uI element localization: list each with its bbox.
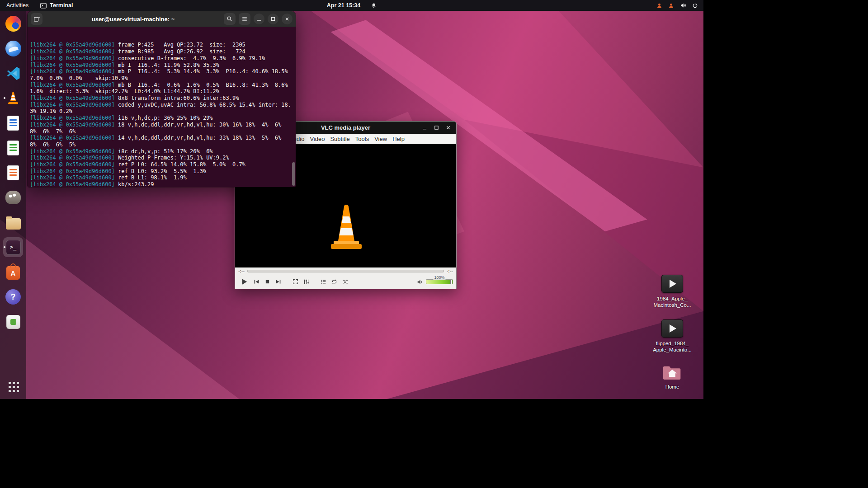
- desktop-icons: 1984_Apple_ Macintosh_Co...flipped_1984_…: [650, 275, 695, 390]
- video-thumbnail-icon: [661, 275, 683, 293]
- terminal-line: [libx264 @ 0x55a49d96d600] kb/s:243.29: [30, 181, 292, 187]
- dock-firefox-icon[interactable]: [3, 14, 23, 33]
- vlc-menu-view[interactable]: View: [372, 136, 390, 142]
- activities-button[interactable]: Activities: [6, 2, 28, 9]
- terminal-header-buttons: [224, 13, 292, 25]
- dock-gimp-icon[interactable]: [3, 188, 23, 207]
- user-indicator-icon: [668, 3, 674, 9]
- vlc-close-button[interactable]: [443, 124, 453, 132]
- play-icon: [670, 280, 676, 288]
- window-minimize-button[interactable]: [254, 14, 264, 24]
- dock-files-icon[interactable]: [3, 212, 23, 232]
- terminal-line: [libx264 @ 0x55a49d96d600] consecutive B…: [30, 55, 292, 62]
- terminal-line: [libx264 @ 0x55a49d96d600] i16 v,h,dc,p:…: [30, 115, 292, 122]
- video-thumbnail-icon: [661, 319, 683, 338]
- desktop-icon-home-folder[interactable]: Home: [662, 364, 682, 390]
- window-maximize-button[interactable]: [268, 14, 278, 24]
- vlc-time-elapsed: -:--: [238, 268, 245, 274]
- vlc-next-button[interactable]: [273, 277, 283, 287]
- running-indicator: [4, 246, 5, 248]
- menu-button[interactable]: [239, 13, 250, 25]
- terminal-line: [libx264 @ 0x55a49d96d600] coded y,uvDC,…: [30, 102, 292, 115]
- window-close-button[interactable]: [282, 14, 292, 24]
- apps-grid-icon: [7, 380, 19, 393]
- vlc-fullscreen-button[interactable]: [290, 277, 300, 287]
- system-status-area[interactable]: [656, 2, 703, 9]
- vlc-random-button[interactable]: [340, 277, 350, 287]
- desktop-icon-label: 1984_Apple_ Macintosh_Co...: [653, 296, 691, 309]
- vlc-menu-subtitle[interactable]: Subtitle: [327, 136, 352, 142]
- dock-libreoffice-calc-icon[interactable]: [3, 138, 23, 158]
- play-icon: [670, 324, 676, 333]
- terminal-scrollbar-thumb[interactable]: [292, 162, 295, 186]
- vlc-seek-row: -:-- -:--: [235, 267, 456, 275]
- terminal-line: [libx264 @ 0x55a49d96d600] ref B L0: 93.…: [30, 168, 292, 175]
- focused-app-indicator[interactable]: Terminal: [40, 2, 73, 9]
- dock-software-center-icon[interactable]: [3, 312, 23, 332]
- vlc-extended-settings-button[interactable]: [301, 277, 311, 287]
- search-button[interactable]: [224, 13, 236, 25]
- vlc-playlist-button[interactable]: [318, 277, 328, 287]
- volume-speaker-icon[interactable]: [417, 279, 423, 285]
- vlc-maximize-button[interactable]: [432, 124, 441, 132]
- desktop-icon-video-file[interactable]: 1984_Apple_ Macintosh_Co...: [653, 275, 691, 309]
- vlc-menu-help[interactable]: Help: [390, 136, 407, 142]
- dock-libreoffice-impress-icon[interactable]: [3, 163, 23, 183]
- vlc-time-remaining: -:--: [447, 268, 453, 274]
- desktop-icon-label: Home: [665, 384, 679, 390]
- vlc-controls-bar: 100%: [235, 275, 456, 289]
- vlc-buttons: [238, 277, 350, 287]
- volume-icon: [680, 2, 686, 9]
- vlc-minimize-button[interactable]: [420, 124, 429, 132]
- dock-help-icon[interactable]: [3, 287, 23, 307]
- vlc-play-button[interactable]: [238, 277, 250, 287]
- terminal-app-icon: [40, 3, 47, 9]
- vlc-stop-button[interactable]: [262, 277, 272, 287]
- vlc-menu-tools[interactable]: Tools: [353, 136, 372, 142]
- dock-vlc-icon[interactable]: [3, 88, 23, 108]
- vlc-previous-button[interactable]: [251, 277, 261, 287]
- dock-vscode-icon[interactable]: [3, 63, 23, 83]
- terminal-line: [libx264 @ 0x55a49d96d600] mb B I16..4: …: [30, 82, 292, 95]
- vlc-cone-logo: [325, 202, 368, 252]
- terminal-line: [libx264 @ 0x55a49d96d600] ref B L1: 98.…: [30, 174, 292, 181]
- terminal-line: [libx264 @ 0x55a49d96d600] i8 v,h,dc,ddl…: [30, 122, 292, 135]
- terminal-headerbar[interactable]: user@user-virtual-machine: ~: [28, 11, 296, 27]
- running-indicator: [4, 97, 5, 99]
- top-bar-center: Apr 21 15:34: [327, 2, 377, 9]
- desktop-icon-label: flipped_1984_ Apple_Macinto...: [653, 340, 692, 353]
- show-applications-button[interactable]: [3, 376, 23, 396]
- vlc-volume-value: 100%: [433, 275, 445, 280]
- terminal-body[interactable]: [libx264 @ 0x55a49d96d600] frame P:425 A…: [28, 27, 296, 187]
- new-tab-button[interactable]: [31, 13, 42, 25]
- dock: [0, 11, 26, 399]
- terminal-line: [libx264 @ 0x55a49d96d600] mb I I16..4: …: [30, 62, 292, 69]
- terminal-window-title: user@user-virtual-machine: ~: [45, 16, 221, 23]
- terminal-line: [libx264 @ 0x55a49d96d600] i8c dc,h,v,p:…: [30, 148, 292, 155]
- vlc-window-controls: [420, 124, 456, 132]
- home-folder-icon: [662, 364, 682, 381]
- dock-thunderbird-icon[interactable]: [3, 38, 23, 58]
- terminal-line: [libx264 @ 0x55a49d96d600] i4 v,h,dc,ddl…: [30, 135, 292, 148]
- top-bar-left: Activities Terminal: [0, 2, 73, 9]
- desktop-icon-video-file[interactable]: flipped_1984_ Apple_Macinto...: [653, 319, 692, 353]
- vlc-volume-slider[interactable]: 100%: [426, 279, 453, 284]
- clock[interactable]: Apr 21 15:34: [327, 2, 360, 9]
- dock-libreoffice-writer-icon[interactable]: [3, 113, 23, 133]
- terminal-line: [libx264 @ 0x55a49d96d600] frame B:985 A…: [30, 48, 292, 55]
- notification-bell-icon[interactable]: [371, 3, 377, 8]
- focused-app-label: Terminal: [50, 2, 73, 9]
- dock-ubuntu-software-icon[interactable]: [3, 262, 23, 282]
- dock-terminal-icon[interactable]: [3, 237, 23, 257]
- terminal-window[interactable]: user@user-virtual-machine: ~ [libx264 @ …: [27, 11, 296, 188]
- vlc-volume-handle[interactable]: [450, 280, 452, 284]
- terminal-line: [libx264 @ 0x55a49d96d600] mb P I16..4: …: [30, 68, 292, 81]
- vlc-menu-video[interactable]: Video: [307, 136, 327, 142]
- terminal-line: [libx264 @ 0x55a49d96d600] frame P:425 A…: [30, 42, 292, 48]
- terminal-output: [libx264 @ 0x55a49d96d600] frame P:425 A…: [30, 42, 292, 187]
- terminal-line: [libx264 @ 0x55a49d96d600] Weighted P-Fr…: [30, 155, 292, 161]
- vlc-seek-slider[interactable]: [247, 270, 444, 272]
- top-bar: Activities Terminal Apr 21 15:34: [0, 0, 703, 11]
- power-icon: [692, 3, 698, 9]
- vlc-loop-button[interactable]: [329, 277, 339, 287]
